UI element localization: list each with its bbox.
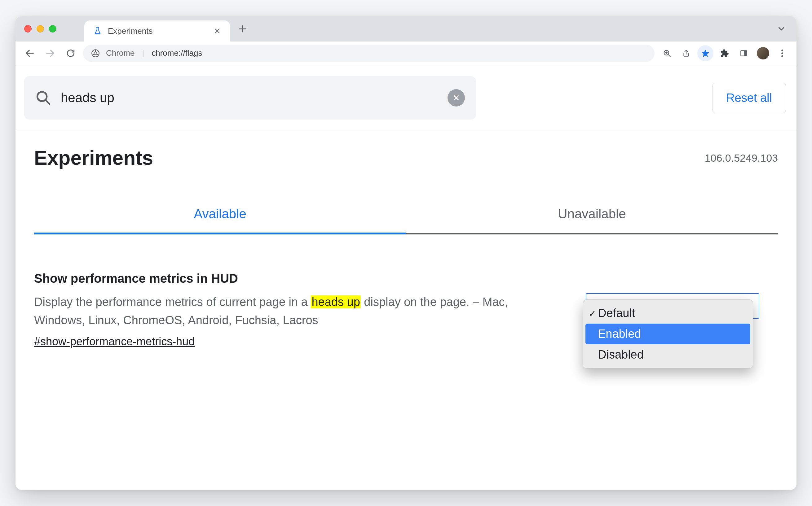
window-maximize-button[interactable] bbox=[49, 25, 56, 32]
omnibox-url: chrome://flags bbox=[152, 48, 202, 58]
nav-back-button[interactable] bbox=[22, 45, 38, 61]
window-minimize-button[interactable] bbox=[36, 25, 44, 32]
share-icon[interactable] bbox=[678, 45, 694, 61]
tab-strip: Experiments bbox=[15, 16, 797, 41]
profile-avatar[interactable] bbox=[755, 45, 771, 61]
experiment-tabs: Available Unavailable bbox=[34, 206, 778, 234]
omnibox-scheme: Chrome bbox=[106, 48, 135, 58]
address-bar[interactable]: Chrome | chrome://flags bbox=[83, 45, 655, 62]
flag-search-box[interactable] bbox=[24, 76, 476, 119]
tab-list-dropdown-icon[interactable] bbox=[777, 24, 786, 33]
svg-point-6 bbox=[781, 52, 783, 54]
nav-reload-button[interactable] bbox=[63, 45, 79, 61]
svg-point-7 bbox=[781, 55, 783, 57]
flag-title: Show performance metrics in HUD bbox=[34, 272, 561, 285]
svg-point-5 bbox=[781, 49, 783, 51]
bookmark-star-icon[interactable] bbox=[697, 45, 714, 61]
close-tab-icon[interactable] bbox=[214, 27, 223, 34]
checkmark-icon: ✓ bbox=[589, 308, 596, 319]
browser-tab[interactable]: Experiments bbox=[84, 20, 230, 41]
toolbar: Chrome | chrome://flags bbox=[15, 41, 797, 65]
nav-forward-button[interactable] bbox=[42, 45, 58, 61]
option-default[interactable]: ✓ Default bbox=[585, 303, 750, 324]
flag-anchor-link[interactable]: #show-performance-metrics-hud bbox=[34, 335, 195, 348]
window-close-button[interactable] bbox=[24, 25, 31, 32]
window-controls bbox=[24, 25, 56, 32]
flag-search-input[interactable] bbox=[61, 90, 438, 105]
tab-unavailable[interactable]: Unavailable bbox=[406, 206, 778, 234]
chrome-version: 106.0.5249.103 bbox=[705, 152, 778, 164]
page-title: Experiments bbox=[34, 147, 153, 169]
flag-description: Display the performance metrics of curre… bbox=[34, 293, 561, 330]
side-panel-icon[interactable] bbox=[736, 45, 752, 61]
option-disabled[interactable]: Disabled bbox=[585, 344, 750, 365]
toolbar-actions bbox=[659, 45, 790, 61]
search-row: Reset all bbox=[15, 65, 797, 131]
chrome-icon bbox=[91, 49, 100, 58]
browser-window: Experiments Chrome | c bbox=[15, 16, 797, 490]
reset-all-button[interactable]: Reset all bbox=[712, 83, 786, 113]
search-icon bbox=[35, 90, 52, 106]
option-enabled[interactable]: Enabled bbox=[585, 324, 750, 344]
page-content: Reset all Experiments 106.0.5249.103 Ava… bbox=[15, 65, 797, 490]
tab-title: Experiments bbox=[108, 26, 208, 36]
omnibox-separator: | bbox=[142, 48, 144, 58]
extensions-icon[interactable] bbox=[717, 45, 733, 61]
flag-entry: Show performance metrics in HUD Display … bbox=[34, 272, 778, 348]
flag-state-dropdown: ✓ Default Enabled Disabled bbox=[583, 300, 753, 368]
svg-point-1 bbox=[94, 52, 97, 55]
svg-rect-4 bbox=[744, 51, 747, 56]
zoom-icon[interactable] bbox=[659, 45, 675, 61]
clear-search-icon[interactable] bbox=[448, 89, 465, 106]
flag-state-select[interactable]: ✓ Default Enabled Disabled bbox=[586, 293, 759, 319]
new-tab-button[interactable] bbox=[233, 19, 252, 38]
tab-available[interactable]: Available bbox=[34, 206, 406, 234]
flask-icon bbox=[93, 26, 102, 35]
search-highlight: heads up bbox=[311, 296, 360, 309]
chrome-menu-icon[interactable] bbox=[774, 45, 790, 61]
